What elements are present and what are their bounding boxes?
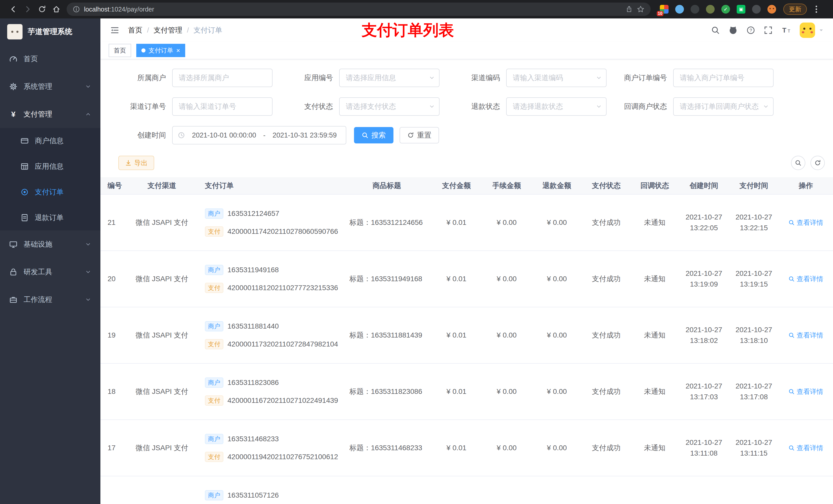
refund-amount: ¥ 0.00 — [547, 275, 567, 283]
column-header: 手续金额 — [481, 177, 532, 194]
pay-date: 2021-10-27 — [735, 437, 772, 448]
view-detail-link[interactable]: 查看详情 — [788, 443, 823, 453]
refresh-button[interactable] — [810, 156, 825, 170]
pay-amount: ¥ 0.01 — [447, 275, 467, 283]
merchant-order-no-input[interactable] — [673, 69, 774, 87]
search-icon[interactable] — [711, 26, 720, 34]
reload-icon[interactable] — [35, 2, 49, 16]
export-button[interactable]: 导出 — [118, 156, 154, 170]
extension-pin-icon[interactable] — [752, 5, 761, 14]
sidebar-item-devtools[interactable]: 研发工具 — [0, 258, 100, 286]
pay-status-select[interactable] — [339, 97, 439, 116]
notify-status: 未通知 — [644, 443, 665, 453]
create-date: 2021-10-27 — [686, 325, 722, 335]
extension-olive-icon[interactable] — [706, 5, 715, 14]
monitor-icon — [9, 240, 18, 248]
browser-update-button[interactable]: 更新 — [783, 4, 807, 15]
filter-form: 所属商户 应用编号 渠道编码 商户订单编号 — [100, 59, 833, 144]
sidebar-item-system[interactable]: 系统管理 — [0, 73, 100, 100]
profile-avatar-icon[interactable] — [767, 5, 776, 14]
extension-puzzle-icon[interactable]: 10 — [660, 5, 669, 14]
app-id-select[interactable] — [339, 69, 439, 87]
date-separator: - — [263, 131, 266, 139]
pay-status: 支付成功 — [592, 387, 621, 397]
sidebar-toggle-icon[interactable] — [106, 22, 123, 39]
sidebar-item-home[interactable]: 首页 — [0, 45, 100, 73]
breadcrumb-pay-mgmt[interactable]: 支付管理 — [154, 25, 182, 35]
create-time-range-picker[interactable]: 2021-10-01 00:00:00 - 2021-10-31 23:59:5… — [172, 126, 346, 144]
breadcrumb-home[interactable]: 首页 — [128, 25, 142, 35]
merchant-select[interactable] — [172, 69, 272, 87]
order-id: 17 — [108, 444, 116, 452]
view-detail-link[interactable]: 查看详情 — [788, 218, 823, 227]
fullscreen-icon[interactable] — [764, 26, 772, 34]
tab-pay-order[interactable]: 支付订单 × — [136, 44, 185, 57]
pay-status: 支付成功 — [592, 274, 621, 284]
briefcase-icon — [9, 295, 18, 304]
github-icon[interactable] — [729, 26, 738, 35]
pay-date: 2021-10-27 — [735, 268, 772, 279]
create-time: 13:11:08 — [690, 448, 718, 459]
share-icon[interactable] — [625, 6, 633, 13]
view-detail-link[interactable]: 查看详情 — [788, 387, 823, 396]
chevron-down-icon — [85, 269, 91, 275]
order-id: 21 — [108, 218, 116, 226]
pay-time: 13:11:15 — [740, 448, 768, 459]
sidebar-item-infra[interactable]: 基础设施 — [0, 231, 100, 258]
channel-order-no-input[interactable] — [172, 97, 272, 116]
extension-dark-icon[interactable] — [691, 5, 699, 14]
app-title: 芋道管理系统 — [28, 27, 72, 37]
view-detail-link[interactable]: 查看详情 — [788, 331, 823, 340]
create-date: 2021-10-27 — [686, 381, 722, 391]
search-button[interactable]: 搜索 — [354, 127, 394, 143]
pay-status: 支付成功 — [592, 443, 621, 453]
notify-status-select[interactable] — [673, 97, 774, 116]
pay-channel: 微信 JSAPI 支付 — [136, 218, 188, 227]
toggle-search-button[interactable] — [791, 156, 805, 170]
reset-button[interactable]: 重置 — [400, 127, 439, 143]
pay-status: 支付成功 — [592, 330, 621, 340]
back-icon[interactable] — [6, 2, 21, 16]
sidebar-item-workflow[interactable]: 工作流程 — [0, 286, 100, 313]
font-size-icon[interactable]: TT — [781, 26, 791, 34]
extension-green-icon[interactable]: ▣ — [737, 5, 745, 14]
channel-code-select[interactable] — [506, 69, 606, 87]
forward-icon[interactable] — [21, 2, 35, 16]
site-info-icon[interactable] — [73, 6, 80, 13]
merchant-order-no: 1635311881440 — [228, 322, 279, 330]
home-icon[interactable] — [49, 2, 64, 16]
order-id: 19 — [108, 331, 116, 339]
merchant-order-no: 1635311823086 — [228, 379, 279, 387]
sidebar-item-pay-order[interactable]: 支付订单 — [0, 179, 100, 205]
tab-home[interactable]: 首页 — [109, 44, 131, 57]
sidebar-item-payment[interactable]: ¥ 支付管理 — [0, 100, 100, 128]
extension-drop-icon[interactable] — [675, 5, 684, 14]
user-menu[interactable] — [800, 23, 824, 38]
notify-status: 未通知 — [644, 330, 665, 340]
extension-badge: 10 — [657, 11, 663, 16]
chevron-down-icon — [85, 241, 91, 247]
extension-check-icon[interactable]: ✓ — [721, 5, 730, 14]
sidebar-item-refund-order[interactable]: 退款订单 — [0, 205, 100, 231]
browser-menu-icon[interactable] — [813, 4, 819, 15]
refund-status-select[interactable] — [506, 97, 606, 116]
notify-status: 未通知 — [644, 387, 665, 397]
table-row: 商户 1635311057126 支付 查看详情 — [100, 476, 833, 504]
bookmark-star-icon[interactable] — [637, 5, 644, 13]
close-icon[interactable]: × — [176, 47, 180, 54]
view-detail-link[interactable]: 查看详情 — [788, 274, 823, 284]
table-row: 18 微信 JSAPI 支付 商户 1635311823086 支付 42000… — [100, 364, 833, 420]
column-header: 支付状态 — [582, 177, 630, 194]
date-start: 2021-10-01 00:00:00 — [188, 131, 260, 139]
pay-time: 13:17:08 — [740, 391, 768, 402]
url-bar[interactable]: localhost:1024/pay/order — [67, 3, 651, 16]
sidebar-item-app-info[interactable]: 应用信息 — [0, 154, 100, 179]
browser-chrome: localhost:1024/pay/order 10 ✓ ▣ 更新 — [0, 0, 833, 19]
chevron-down-icon — [85, 83, 91, 90]
pay-order-no: 4200001181202110277723215336 — [228, 284, 338, 292]
merchant-order-no: 1635312124657 — [228, 210, 279, 218]
app-logo: 芋道管理系统 — [0, 19, 100, 45]
sidebar-item-merchant-info[interactable]: 商户信息 — [0, 128, 100, 154]
help-icon[interactable]: ? — [746, 26, 755, 34]
create-time: 13:22:05 — [690, 222, 718, 233]
